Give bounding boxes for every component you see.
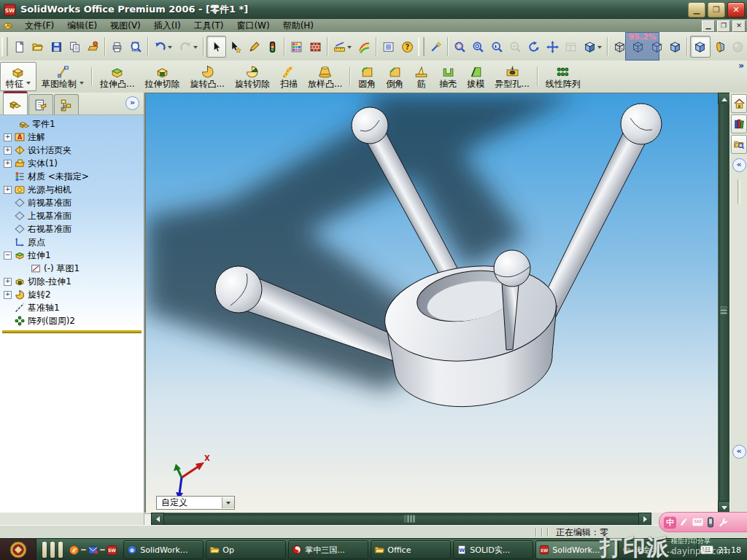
pan-view-button[interactable] <box>543 36 561 57</box>
rollback-bar[interactable] <box>2 330 142 332</box>
tree-item[interactable]: +实体(1) <box>0 157 144 170</box>
redo-button[interactable] <box>176 36 201 57</box>
resources-home-button[interactable] <box>731 94 747 113</box>
tree-expand-toggle[interactable]: + <box>4 160 12 168</box>
taskbar-task-6[interactable]: 未命名 - ... <box>618 540 698 559</box>
tab-configuration-manager[interactable] <box>54 94 79 114</box>
taskbar-task-1[interactable]: Op <box>206 540 286 559</box>
standard-views-button[interactable] <box>562 36 580 57</box>
task-pane-collapse-button[interactable]: « <box>732 158 746 172</box>
rib-button[interactable]: 筋 <box>409 63 434 90</box>
tree-item[interactable]: 原点 <box>0 236 144 249</box>
edit-color-button[interactable] <box>287 36 306 57</box>
taskbar-task-4[interactable]: WSOLID实... <box>453 540 533 559</box>
tree-expand-toggle[interactable]: + <box>4 186 12 194</box>
tree-item[interactable]: 基准轴1 <box>0 301 144 314</box>
rebuild-button[interactable] <box>263 36 282 57</box>
menu-file[interactable]: 文件(F) <box>18 19 61 32</box>
tree-item[interactable]: +旋转2 <box>0 288 144 301</box>
tree-item[interactable]: 材质 <未指定> <box>0 170 144 183</box>
draft-button[interactable]: 拔模 <box>462 63 489 90</box>
ime-settings-wrench-icon[interactable] <box>718 517 729 528</box>
quicklaunch-solidworks-icon[interactable]: SW <box>107 545 117 556</box>
menu-insert[interactable]: 插入(I) <box>147 19 187 32</box>
publish-edrawing-button[interactable] <box>84 36 102 57</box>
tree-expand-toggle[interactable]: + <box>4 291 12 299</box>
quicklaunch-browser-icon[interactable] <box>69 545 80 556</box>
scroll-right-button[interactable] <box>638 513 651 526</box>
chamfer-button[interactable]: 倒角 <box>381 63 409 90</box>
linear-pattern-button[interactable]: 线性阵列 <box>541 63 586 90</box>
toolbar-overflow-button[interactable]: » <box>738 61 744 71</box>
tab-property-manager[interactable] <box>28 94 53 114</box>
sketch-button[interactable] <box>245 36 263 57</box>
combo-dropdown-button[interactable] <box>222 497 234 508</box>
horizontal-scrollbar[interactable] <box>144 513 729 525</box>
shell-button[interactable]: 抽壳 <box>434 63 462 90</box>
design-checker-button[interactable] <box>379 36 398 57</box>
shaded-with-edges-button[interactable] <box>666 36 684 57</box>
curvature-check-button[interactable] <box>355 36 374 57</box>
taskbar-clock[interactable]: 21:18 <box>718 545 741 555</box>
menu-help[interactable]: 帮助(H) <box>276 19 320 32</box>
print-preview-button[interactable] <box>127 36 145 57</box>
document-properties-button[interactable] <box>66 36 84 57</box>
taskbar-task-0[interactable]: eSolidWork... <box>123 540 204 559</box>
child-minimize-button[interactable]: ▁ <box>702 20 715 32</box>
start-button[interactable] <box>0 539 36 560</box>
toolbar-drag-handle[interactable] <box>1 37 8 56</box>
shaded-button[interactable] <box>690 36 710 58</box>
quick-snaps-button[interactable] <box>427 36 445 57</box>
hole-wizard-button[interactable]: 异型孔... <box>489 63 534 90</box>
taskbar-task-5[interactable]: SWSolidWork... <box>535 540 616 559</box>
extruded-cut-button[interactable]: 拉伸切除 <box>139 63 185 90</box>
tree-expand-toggle[interactable]: + <box>4 147 12 155</box>
ime-mode-button[interactable]: 中 <box>664 516 676 529</box>
loft-button[interactable]: 放样凸... <box>303 63 347 90</box>
file-explorer-button[interactable] <box>731 135 747 154</box>
view-orientation-button[interactable] <box>580 36 605 57</box>
close-button[interactable]: ✕ <box>727 2 745 18</box>
tree-item[interactable]: −拉伸1 <box>0 249 144 262</box>
menu-edit[interactable]: 编辑(E) <box>61 19 104 32</box>
tree-item[interactable]: 上视基准面 <box>0 209 144 222</box>
graphics-viewport[interactable]: X Z 自定义 <box>145 93 719 514</box>
vertical-scrollbar[interactable] <box>718 93 729 513</box>
tree-item[interactable]: +光源与相机 <box>0 183 144 196</box>
measure-button[interactable] <box>330 36 355 57</box>
taskbar-task-3[interactable]: Office <box>371 540 451 559</box>
selection-filter-button[interactable] <box>226 36 244 57</box>
revolved-cut-button[interactable]: 旋转切除 <box>230 63 275 90</box>
features-tab-button[interactable]: 特征 <box>0 62 36 91</box>
new-document-button[interactable] <box>10 36 28 57</box>
tree-expand-toggle[interactable]: + <box>4 133 12 141</box>
taskbar-task-2[interactable]: 掌中三国... <box>288 540 368 559</box>
child-restore-button[interactable]: ❐ <box>717 20 730 32</box>
realview-button[interactable] <box>729 36 747 57</box>
sweep-button[interactable]: 扫描 <box>275 63 303 90</box>
select-button[interactable] <box>206 36 226 58</box>
tab-feature-manager[interactable] <box>3 91 28 114</box>
zoom-to-selection-button[interactable] <box>488 36 506 57</box>
fillet-button[interactable]: 圆角 <box>353 63 381 90</box>
sketch-tab-button[interactable]: 草图绘制 <box>36 63 89 90</box>
menu-window[interactable]: 窗口(W) <box>230 19 276 32</box>
tree-item[interactable]: 前视基准面 <box>0 196 144 209</box>
vertical-scroll-track[interactable] <box>718 104 729 501</box>
edit-texture-button[interactable] <box>306 36 325 57</box>
tree-item[interactable]: 右视基准面 <box>0 222 144 236</box>
zoom-in-out-button[interactable] <box>469 36 487 57</box>
undo-button[interactable] <box>151 36 176 57</box>
quicklaunch-mail-icon[interactable] <box>88 545 98 556</box>
tree-expand-toggle[interactable]: + <box>4 278 12 286</box>
keyboard-tray-icon[interactable] <box>700 545 713 554</box>
ime-handwriting-icon[interactable] <box>679 517 689 527</box>
view-orientation-combo[interactable]: 自定义 <box>156 496 235 510</box>
tree-item[interactable]: (-) 草图1 <box>0 262 144 275</box>
child-close-button[interactable]: ✕ <box>732 20 746 32</box>
tree-expand-toggle[interactable]: − <box>4 252 12 260</box>
open-document-button[interactable] <box>28 36 47 57</box>
horizontal-scroll-track[interactable] <box>164 513 638 525</box>
zoom-out-button[interactable] <box>506 36 525 57</box>
ime-phone-icon[interactable] <box>706 517 715 528</box>
